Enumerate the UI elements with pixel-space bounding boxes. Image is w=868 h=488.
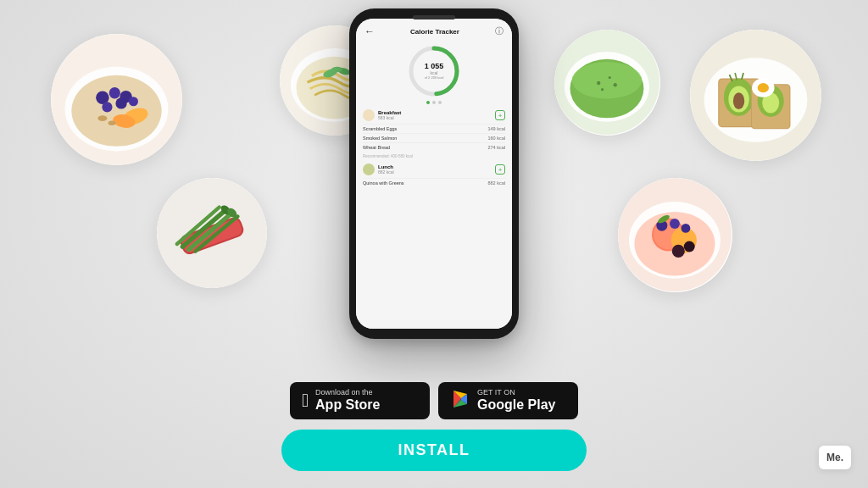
svg-point-12 xyxy=(108,120,116,125)
recommended-label: Recommended: 400-580 kcal xyxy=(363,154,505,158)
svg-point-39 xyxy=(758,83,769,92)
apple-icon:  xyxy=(302,391,309,410)
back-icon: ← xyxy=(364,25,375,37)
svg-point-4 xyxy=(109,87,120,98)
svg-point-61 xyxy=(672,245,685,258)
dot-3 xyxy=(438,101,442,104)
svg-point-62 xyxy=(684,241,695,252)
calorie-goal: of 2 200 kcal xyxy=(425,75,444,80)
meal-lunch-add[interactable]: + xyxy=(495,164,505,175)
meal-breakfast-header: Breakfast 583 kcal + xyxy=(363,109,505,121)
food-avocado xyxy=(690,30,821,161)
app-store-button[interactable]:  Download on the App Store xyxy=(290,382,430,419)
meal-breakfast-add[interactable]: + xyxy=(495,110,505,120)
meal-lunch-icon xyxy=(363,164,375,175)
meal-lunch-header: Lunch 882 kcal + xyxy=(363,164,505,175)
meal-breakfast-icon xyxy=(363,109,375,121)
food-smoothie xyxy=(554,30,660,136)
svg-point-59 xyxy=(670,219,680,229)
app-store-text: Download on the App Store xyxy=(315,389,380,413)
meal-breakfast-name: Breakfast 583 kcal xyxy=(378,110,401,120)
food-item: Smoked Salmon 160 kcal xyxy=(363,133,505,142)
dot-2 xyxy=(432,101,436,104)
meal-lunch: Lunch 882 kcal + Quinoa with Greens 882 … xyxy=(363,164,505,187)
food-item: Wheat Bread 274 kcal xyxy=(363,142,505,152)
food-oatmeal xyxy=(51,34,182,165)
meal-lunch-info: Lunch 882 kcal xyxy=(363,164,394,175)
svg-point-6 xyxy=(102,102,112,112)
svg-point-33 xyxy=(733,92,744,109)
meal-breakfast: Breakfast 583 kcal + Scrambled Eggs 149 … xyxy=(363,109,505,158)
meal-breakfast-info: Breakfast 583 kcal xyxy=(363,109,401,121)
calorie-ring: 1 055 kcal of 2 200 kcal xyxy=(407,44,461,98)
dot-1 xyxy=(426,101,430,104)
store-buttons:  Download on the App Store xyxy=(290,382,578,419)
food-item: Scrambled Eggs 149 kcal xyxy=(363,124,505,133)
food-item: Quinoa with Greens 882 kcal xyxy=(363,178,505,187)
page-dots xyxy=(426,101,442,104)
meal-lunch-name: Lunch 882 kcal xyxy=(378,164,394,175)
phone-body: ← Calorie Tracker ⓘ 1 055 kcal xyxy=(349,8,519,339)
app-title: Calorie Tracker xyxy=(410,28,459,36)
svg-point-2 xyxy=(71,75,161,147)
calorie-display: 1 055 kcal of 2 200 kcal xyxy=(425,63,444,80)
food-pinkbowl xyxy=(618,178,732,292)
svg-point-26 xyxy=(601,88,604,91)
svg-point-22 xyxy=(572,62,643,98)
phone-mockup: ← Calorie Tracker ⓘ 1 055 kcal xyxy=(349,8,519,339)
svg-point-8 xyxy=(129,97,138,106)
svg-point-60 xyxy=(682,224,691,233)
svg-point-7 xyxy=(115,97,126,108)
me-badge: Me. xyxy=(819,446,851,469)
install-button[interactable]: INSTALL xyxy=(281,430,587,471)
google-play-icon xyxy=(450,389,470,413)
svg-point-23 xyxy=(597,81,600,85)
food-asparagus xyxy=(157,178,267,288)
svg-point-24 xyxy=(609,76,611,79)
svg-point-25 xyxy=(614,83,617,86)
info-icon: ⓘ xyxy=(495,25,504,37)
bottom-area:  Download on the App Store xyxy=(264,382,604,471)
calorie-number: 1 055 xyxy=(425,63,444,70)
main-scene: ← Calorie Tracker ⓘ 1 055 kcal xyxy=(0,0,868,488)
google-play-button[interactable]: GET IT ON Google Play xyxy=(438,382,578,419)
svg-point-11 xyxy=(97,115,107,121)
app-header: ← Calorie Tracker ⓘ xyxy=(356,19,512,41)
google-play-text: GET IT ON Google Play xyxy=(477,389,555,413)
phone-screen: ← Calorie Tracker ⓘ 1 055 kcal xyxy=(356,19,512,329)
food-log: Breakfast 583 kcal + Scrambled Eggs 149 … xyxy=(356,109,512,329)
calorie-section: 1 055 kcal of 2 200 kcal xyxy=(356,41,512,109)
